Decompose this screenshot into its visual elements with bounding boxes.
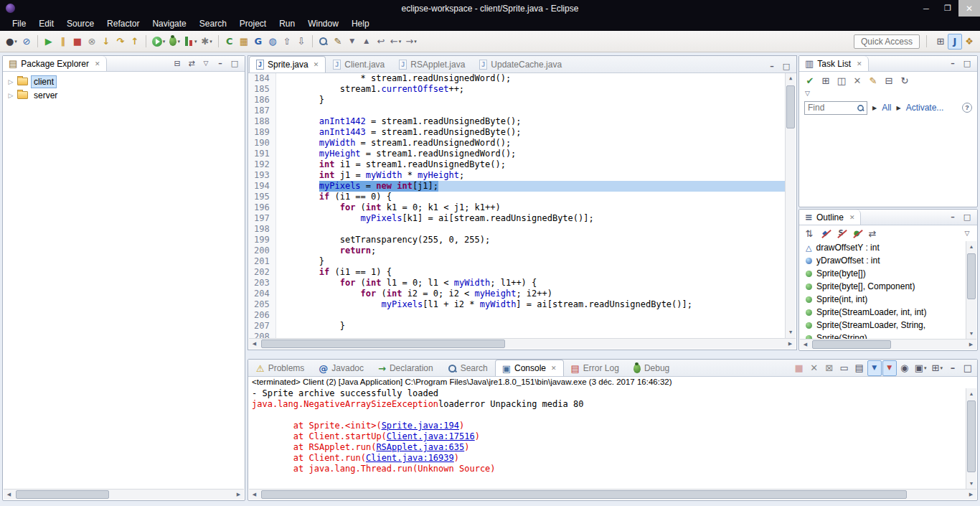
- hide-non-public-button[interactable]: ●: [849, 225, 864, 241]
- export-jar-button[interactable]: ⇧: [280, 34, 294, 50]
- open-perspective-button[interactable]: ⊞: [933, 34, 948, 50]
- scroll-down-icon[interactable]: ▼: [966, 328, 977, 339]
- outline-item[interactable]: Sprite(StreamLoader, int, int): [800, 306, 966, 319]
- menu-help[interactable]: Help: [345, 17, 376, 31]
- scroll-track[interactable]: [966, 399, 976, 478]
- editor-tab-client.java[interactable]: JClient.java: [326, 56, 392, 72]
- tab-problems[interactable]: ⚠Problems: [249, 360, 311, 376]
- tab-search[interactable]: Search: [440, 360, 495, 376]
- back-button[interactable]: ←▾: [388, 34, 403, 50]
- external-tools-button[interactable]: ✱▾: [199, 34, 214, 50]
- delete-task-button[interactable]: ✕: [850, 72, 864, 88]
- step-return-button[interactable]: ↑: [128, 34, 142, 50]
- open-web-browser-button[interactable]: ◍: [265, 34, 280, 50]
- minimize-view-button[interactable]: –: [946, 57, 960, 70]
- link-with-editor-button[interactable]: ⇄: [865, 225, 880, 241]
- outline-item[interactable]: Sprite(StreamLoader, String,: [800, 319, 966, 332]
- mark-occurrences-button[interactable]: ✎: [331, 34, 345, 50]
- synchronize-button[interactable]: ↻: [897, 72, 912, 88]
- hide-fields-button[interactable]: ◆: [818, 225, 832, 241]
- menu-source[interactable]: Source: [60, 17, 100, 31]
- collapse-all-button[interactable]: ⊟: [170, 57, 184, 70]
- scroll-right-icon[interactable]: ▶: [233, 492, 244, 497]
- disconnect-button[interactable]: ⊗: [85, 34, 99, 50]
- new-wizard-button[interactable]: ●▾: [4, 34, 19, 50]
- tab-debug[interactable]: Debug: [626, 360, 677, 376]
- tab-javadoc[interactable]: @Javadoc: [311, 360, 371, 376]
- menu-refactor[interactable]: Refactor: [100, 17, 146, 31]
- minimize-view-button[interactable]: –: [946, 360, 960, 376]
- minimize-view-button[interactable]: –: [765, 60, 779, 72]
- editor-tab-updatecache.java[interactable]: JUpdateCache.java: [472, 56, 569, 72]
- code-area[interactable]: * stream1.readUnsignedWord(); stream1.cu…: [276, 73, 785, 338]
- collapse-all-button[interactable]: ⊟: [882, 72, 896, 88]
- new-java-class-button[interactable]: C: [222, 34, 237, 50]
- editor-tab-sprite.java[interactable]: JSprite.java✕: [249, 56, 326, 72]
- new-java-package-button[interactable]: ▦: [237, 34, 251, 50]
- outline-tab[interactable]: ≡ Outline ✕: [799, 210, 861, 225]
- outline-hscrollbar[interactable]: ◀ ▶: [800, 339, 976, 350]
- outline-item[interactable]: △drawOffsetY : int: [800, 241, 966, 254]
- stack-trace-link[interactable]: Client.java:16939: [366, 453, 454, 463]
- expand-arrow-icon[interactable]: ▷: [7, 92, 14, 99]
- maximize-window-button[interactable]: ❐: [937, 0, 958, 17]
- scroll-right-icon[interactable]: ▶: [966, 492, 976, 497]
- highlight-button[interactable]: ✎: [866, 72, 880, 88]
- scroll-track[interactable]: [14, 489, 233, 500]
- tab-console[interactable]: ▣Console✕: [495, 360, 564, 376]
- close-view-icon[interactable]: ✕: [849, 214, 855, 221]
- stack-trace-link[interactable]: Sprite.java:194: [382, 421, 459, 431]
- maximize-view-button[interactable]: □: [960, 57, 974, 70]
- create-javadoc-button[interactable]: G: [251, 34, 265, 50]
- coverage-button[interactable]: ▾: [182, 34, 199, 50]
- java-perspective-button[interactable]: J: [948, 34, 962, 50]
- outline-item[interactable]: Sprite(byte[], Component): [800, 280, 966, 293]
- skip-all-breakpoints-button[interactable]: ⊘: [19, 34, 34, 50]
- scroll-track[interactable]: [966, 252, 976, 328]
- link-with-editor-button[interactable]: ⇄: [184, 57, 199, 70]
- tab-error-log[interactable]: ▤Error Log: [564, 360, 626, 376]
- console-output[interactable]: - Sprite archive successfully loadedjava…: [249, 388, 966, 489]
- maximize-view-button[interactable]: □: [779, 60, 793, 72]
- step-into-button[interactable]: ↓: [99, 34, 113, 50]
- outline-item[interactable]: Sprite(int, int): [800, 293, 966, 306]
- menu-project[interactable]: Project: [233, 17, 273, 31]
- outline-item[interactable]: Sprite(byte[]): [800, 267, 966, 280]
- scroll-track[interactable]: [811, 339, 966, 350]
- remove-all-launches-button[interactable]: ⊠: [822, 360, 837, 376]
- quick-access-button[interactable]: Quick Access: [854, 34, 920, 49]
- scroll-right-icon[interactable]: ▶: [785, 341, 796, 347]
- categorized-button[interactable]: ⊞: [819, 72, 833, 88]
- scroll-track[interactable]: [260, 339, 785, 349]
- outline-item[interactable]: yDrawOffset : int: [800, 254, 966, 267]
- scroll-lock-button[interactable]: ▤: [852, 360, 867, 376]
- help-icon[interactable]: ?: [962, 103, 972, 113]
- hide-static-button[interactable]: S: [834, 225, 848, 241]
- display-console-button[interactable]: ▣▾: [913, 360, 929, 376]
- debug-button[interactable]: ▾: [167, 34, 182, 50]
- remove-launch-button[interactable]: ✕: [807, 360, 821, 376]
- focus-workweek-button[interactable]: ◫: [834, 72, 849, 88]
- import-button[interactable]: ⇩: [294, 34, 308, 50]
- pin-console-button[interactable]: ◉: [897, 360, 912, 376]
- view-menu-button[interactable]: ▽: [960, 225, 974, 241]
- menu-navigate[interactable]: Navigate: [146, 17, 192, 31]
- expand-arrow-icon[interactable]: ▷: [7, 78, 14, 85]
- show-stderr-button[interactable]: ▼: [882, 360, 897, 376]
- package-explorer-tree[interactable]: ▷client▷server: [4, 72, 244, 489]
- editor-tab-rsapplet.java[interactable]: JRSApplet.java: [392, 56, 472, 72]
- console-vscrollbar[interactable]: ▲ ▼: [966, 388, 976, 489]
- scroll-down-icon[interactable]: ▼: [966, 478, 977, 489]
- show-stdout-button[interactable]: ▼: [867, 360, 882, 376]
- close-view-icon[interactable]: ✕: [95, 60, 100, 67]
- close-tab-icon[interactable]: ✕: [551, 365, 557, 372]
- next-annotation-button[interactable]: ▼: [345, 34, 359, 50]
- view-menu-button[interactable]: ▽: [199, 57, 213, 70]
- find-input[interactable]: [808, 103, 856, 113]
- menu-file[interactable]: File: [6, 17, 32, 31]
- scroll-up-icon[interactable]: ▲: [786, 73, 796, 84]
- sort-button[interactable]: ⇅: [802, 225, 816, 241]
- terminate-button[interactable]: ■: [70, 34, 85, 50]
- close-tab-icon[interactable]: ✕: [314, 61, 319, 68]
- package-explorer-tab[interactable]: ▤ Package Explorer ✕: [3, 56, 107, 71]
